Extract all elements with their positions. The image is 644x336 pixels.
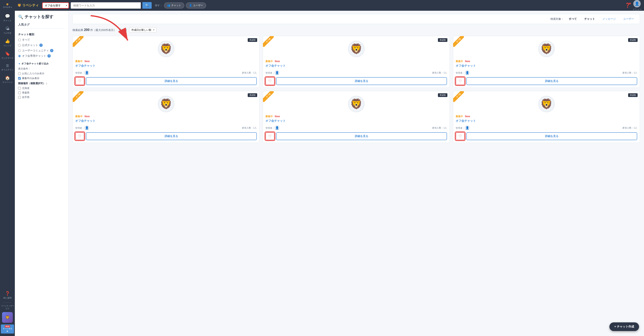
admin-avatar: 👤 — [274, 70, 280, 75]
card-1[interactable]: オフ会 承認制 🦁 募集中 New オフ会チャット 管理者：👤 参加人数：1人 … — [72, 36, 260, 88]
card-3[interactable]: オフ会 承認制 🦁 募集中 New オフ会チャット 管理者：👤 参加人数：1人 … — [453, 36, 640, 88]
filter-tab-message[interactable]: メッセージ — [600, 16, 618, 22]
favorite-button[interactable]: ♡ — [456, 77, 465, 85]
card-status: 募集中 New — [75, 60, 257, 63]
detail-button[interactable]: 詳細を見る — [466, 77, 637, 85]
ofkai-ribbon-text: オフ会 — [73, 91, 84, 102]
header-chat-tab[interactable]: 👥 チャット — [164, 3, 184, 9]
search-filter-bar: 検索対象： すべて チャット メッセージ ユーザー — [72, 14, 640, 24]
location-aomori-checkbox[interactable] — [18, 91, 21, 94]
sidebar-item-tweet[interactable]: 🌤 つぶやき — [0, 24, 15, 37]
filter-tab-all[interactable]: すべて — [566, 16, 579, 22]
filter-official[interactable]: 公式チャット ? — [18, 43, 65, 47]
card-body: 🦁 募集中 New オフ会チャット 管理者：👤 参加人数：1人 ♡ 詳細を見る — [453, 91, 640, 143]
sidebar-office-badge[interactable]: 🦁 — [2, 312, 13, 323]
left-panel: 🔍 チャットを探す 人気タグ チャット種別 すべて 公式チャット ? ユーザーコ… — [15, 11, 68, 336]
location-hokkaido-checkbox[interactable] — [18, 87, 21, 90]
sidebar-item-mypage[interactable]: 🏠 マイページ — [0, 73, 15, 86]
checkbox-recruiting-input[interactable] — [18, 77, 21, 80]
sidebar-item-tweet-label: つぶやき — [3, 32, 12, 35]
filter-ofkai-help[interactable]: ? — [48, 54, 51, 58]
card-2[interactable]: オフ会 承認制 🦁 募集中 New オフ会チャット 管理者：👤 参加人数：1人 … — [263, 36, 450, 88]
sidebar-app-name: リベシティ — [3, 6, 12, 8]
search-input[interactable] — [71, 2, 141, 9]
filter-all-radio[interactable] — [18, 39, 21, 41]
card-footer: 管理者：👤 参加人数：1人 — [266, 70, 447, 75]
favorite-button[interactable]: ♡ — [75, 132, 84, 140]
mypage-icon: 🏠 — [5, 75, 10, 80]
sort-wrapper[interactable]: 作成日が新しい順 — [129, 27, 156, 33]
card-title: オフ会チャット — [456, 64, 637, 68]
right-panel: 検索対象： すべて チャット メッセージ ユーザー 検索結果 200 件（最大2… — [68, 11, 644, 336]
location-iwate[interactable]: 岩手県 — [18, 96, 65, 99]
location-iwate-checkbox[interactable] — [18, 96, 21, 99]
cards-grid: オフ会 承認制 🦁 募集中 New オフ会チャット 管理者：👤 参加人数：1人 … — [72, 36, 640, 143]
filter-ofkai-label: オフ会専用チャット — [22, 54, 46, 58]
filter-community-help[interactable]: ? — [50, 49, 53, 52]
recruiting-label: 募集中 — [75, 60, 83, 63]
sidebar-item-timeline[interactable]: ☰ タイムライン — [0, 62, 15, 73]
favorite-button[interactable]: ♡ — [456, 132, 465, 140]
ai-icon: ❓ — [5, 291, 10, 296]
content-area: 🔍 チャットを探す 人気タグ チャット種別 すべて 公式チャット ? ユーザーコ… — [15, 11, 644, 336]
favorite-button[interactable]: ♡ — [75, 77, 84, 85]
card-body: 🦁 募集中 New オフ会チャット 管理者：👤 参加人数：1人 ♡ 詳細を見る — [73, 36, 259, 88]
results-count: 検索結果 200 件（最大200件表示） — [72, 28, 116, 32]
card-footer: 管理者：👤 参加人数：1人 — [266, 125, 447, 130]
checkbox-favorite-input[interactable] — [18, 72, 21, 75]
card-avatar: 🦁 — [158, 96, 174, 112]
filter-all[interactable]: すべて — [18, 38, 65, 42]
filter-community[interactable]: ユーザーコミュニティ ? — [18, 49, 65, 52]
sidebar-all-button[interactable]: NEW すべて見る▶ — [1, 324, 14, 333]
approved-badge: 承認制 — [248, 93, 257, 97]
sidebar-item-chat[interactable]: 💬 チャット — [0, 12, 15, 24]
card-5[interactable]: オフ会 承認制 🦁 募集中 New オフ会チャット 管理者：👤 参加人数：1人 … — [263, 91, 450, 143]
checkbox-favorite-label: お気に入りのみ表示 — [22, 72, 44, 75]
search-type-select[interactable]: オフ会を探す チャットを探す ユーザーを探す — [42, 2, 69, 9]
create-chat-button[interactable]: + チャット作成 — [610, 322, 639, 331]
favorite-button[interactable]: ♡ — [266, 132, 274, 140]
sidebar-item-trend[interactable]: 👍 トレンド — [0, 37, 15, 49]
sidebar-item-ai[interactable]: ❓ AIに質問 — [0, 289, 15, 301]
sidebar-item-bookmark[interactable]: 🔖 ブックマーク — [0, 49, 15, 62]
detail-button[interactable]: 詳細を見る — [276, 77, 447, 85]
results-count-number: 200 — [84, 28, 90, 32]
card-4[interactable]: オフ会 承認制 🦁 募集中 New オフ会チャット 管理者：👤 参加人数：1人 … — [72, 91, 260, 143]
members-count: 参加人数：1人 — [242, 126, 257, 129]
filter-ofkai-radio[interactable] — [18, 55, 21, 57]
card-6[interactable]: オフ会 承認制 🦁 募集中 New オフ会チャット 管理者：👤 参加人数：1人 … — [453, 91, 640, 143]
filter-official-help[interactable]: ? — [39, 44, 43, 47]
card-avatar: 🦁 — [348, 96, 364, 112]
header-right: ❓ 👤 メニュー — [625, 0, 642, 11]
checkbox-favorite[interactable]: お気に入りのみ表示 — [18, 72, 65, 75]
detail-button[interactable]: 詳細を見る — [86, 132, 257, 140]
detail-button[interactable]: 詳細を見る — [86, 77, 257, 85]
header-help-button[interactable]: ❓ — [625, 3, 630, 8]
card-body: 🦁 募集中 New オフ会チャット 管理者：👤 参加人数：1人 ♡ 詳細を見る — [73, 91, 259, 143]
filter-tab-chat[interactable]: チャット — [582, 16, 598, 22]
admin-avatar: 👤 — [465, 125, 470, 130]
sort-select[interactable]: 作成日が新しい順 — [129, 27, 156, 33]
checkbox-recruiting[interactable]: 募集中のみ表示 — [18, 77, 65, 80]
sidebar-logo: 🦁リベシティ — [2, 2, 13, 10]
card-avatar: 🦁 — [158, 41, 174, 57]
detail-button[interactable]: 詳細を見る — [466, 132, 637, 140]
favorite-button[interactable]: ♡ — [266, 77, 274, 85]
filter-ofkai[interactable]: オフ会専用チャット ? — [18, 54, 65, 58]
filter-official-radio[interactable] — [18, 44, 21, 47]
ofkai-ribbon: オフ会 — [453, 36, 464, 47]
card-status: 募集中 New — [75, 115, 257, 118]
tweet-icon: 🌤 — [5, 26, 10, 31]
header-user-tab[interactable]: 👤 ユーザー — [186, 3, 206, 9]
location-hokkaido[interactable]: 北海道 — [18, 86, 65, 90]
filter-tab-user[interactable]: ユーザー — [621, 16, 636, 22]
filter-community-radio[interactable] — [18, 49, 21, 52]
bookmark-icon: 🔖 — [5, 51, 10, 56]
ofkai-ribbon: オフ会 — [453, 91, 464, 102]
detail-button[interactable]: 詳細を見る — [276, 132, 447, 140]
search-button[interactable]: 🔍 — [142, 2, 152, 9]
location-aomori[interactable]: 青森県 — [18, 91, 65, 95]
search-type-select-wrapper[interactable]: オフ会を探す チャットを探す ユーザーを探す — [42, 2, 69, 9]
admin-avatar: 👤 — [465, 70, 470, 75]
header-avatar[interactable]: 👤 — [633, 0, 641, 8]
